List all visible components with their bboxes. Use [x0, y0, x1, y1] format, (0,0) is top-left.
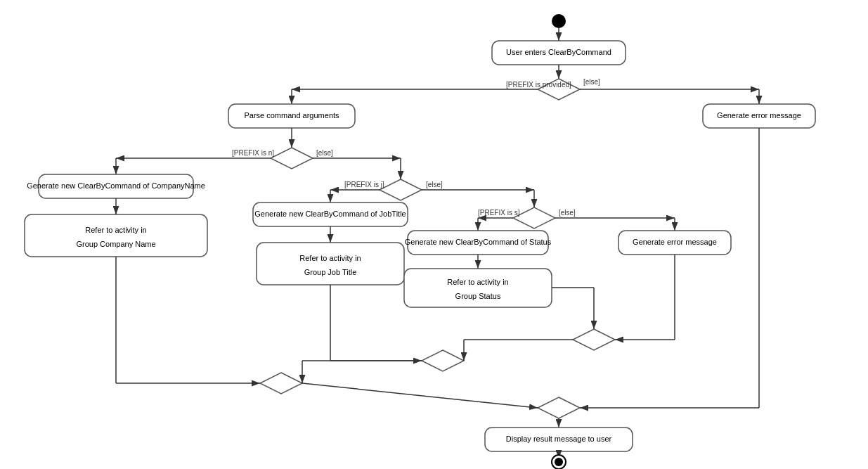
refer-company-box — [25, 214, 207, 257]
label-else3: [else] — [426, 181, 443, 188]
refer-status-label2: Group Status — [455, 292, 501, 300]
refer-company-label1: Refer to activity in — [85, 226, 146, 234]
refer-jobtitle-box — [257, 243, 404, 285]
gen-error2-label: Generate error message — [633, 238, 717, 246]
user-enters-label: User enters ClearByCommand — [506, 48, 611, 56]
merge2-diamond — [422, 350, 464, 371]
final-merge-diamond — [538, 397, 580, 418]
refer-jobtitle-label1: Refer to activity in — [299, 254, 361, 262]
label-prefix-n: [PREFIX is n] — [232, 149, 274, 157]
refer-jobtitle-label2: Group Job Title — [304, 268, 357, 276]
label-else1: [else] — [583, 78, 600, 86]
gen-jobtitle-label: Generate new ClearByCommand of JobTitle — [254, 210, 406, 218]
label-prefix-s: [PREFIX is s] — [478, 209, 520, 217]
diamond-j — [380, 179, 422, 200]
refer-company-label2: Group Company Name — [76, 240, 155, 248]
gen-company-label: Generate new ClearByCommand of CompanyNa… — [27, 181, 205, 190]
refer-status-box — [404, 269, 552, 307]
gen-error1-label: Generate error message — [717, 111, 801, 120]
start-node — [552, 14, 566, 28]
diamond-n — [271, 148, 313, 169]
label-else4: [else] — [559, 209, 576, 217]
label-prefix-provided: [PREFIX is provided] — [506, 81, 571, 89]
merge3-diamond — [260, 373, 302, 394]
label-prefix-j: [PREFIX is j] — [344, 181, 384, 188]
end-inner — [555, 458, 563, 466]
label-else2: [else] — [316, 149, 333, 157]
parse-args-label: Parse command arguments — [244, 111, 339, 120]
refer-status-label1: Refer to activity in — [447, 278, 508, 286]
gen-status-label: Generate new ClearByCommand of Status — [405, 238, 552, 246]
display-result-label: Display result message to user — [506, 435, 612, 443]
arrow-merge3-finalmerge — [302, 383, 538, 408]
merge1-diamond — [573, 329, 615, 350]
